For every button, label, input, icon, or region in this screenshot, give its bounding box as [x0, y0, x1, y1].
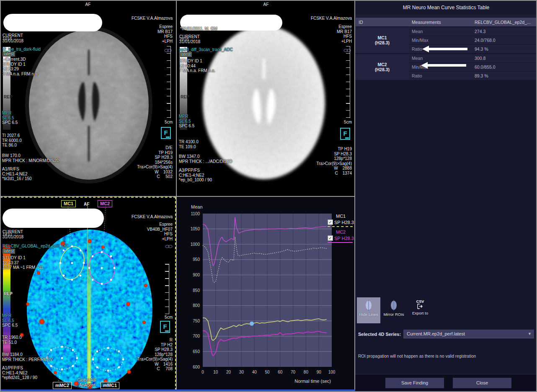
timing-params: TI 2027.6TR 6000.0TE 86.0 — [2, 133, 22, 148]
text-line: HFS — [157, 34, 173, 39]
text-line: 3 MA n.a. FRM n.a. — [3, 72, 39, 77]
timing-params: TR 1960.0TE 51.0 — [2, 335, 22, 345]
viewport-perfusion[interactable]: MC1 AF MC2 FCSKE V.A.Almazova EspreeVB40… — [0, 197, 176, 392]
roi-lines-icon — [364, 300, 373, 311]
text-line: MR B17 — [337, 29, 352, 34]
text-line: R — [137, 338, 173, 343]
text-line: Tra>Cor(9)>Sag(4) — [137, 165, 173, 170]
roi-label-mc1[interactable]: MC1 — [61, 200, 76, 207]
mpr-info: MPRSL 6.5 — [2, 111, 14, 120]
viewport-flair[interactable]: AF FCSKE V.A.Almazova EspreeMR B17HFS+LP… — [0, 0, 176, 196]
roi-label-mc2[interactable]: MC2 — [98, 200, 112, 207]
study-date: 31/01/2018 — [179, 39, 200, 44]
text-line: MPR THICK : .../ADC/DIS2D — [179, 159, 232, 164]
text-line: MR B17 — [157, 29, 173, 34]
patient-info-redaction — [3, 209, 104, 228]
legend-mc1-line-sample — [328, 226, 353, 227]
text-line: TR 1960.0 — [2, 335, 22, 340]
coil-params: A1/PFP/FSC:HE1-4;NE2*epfid2d1_128 / 90 — [2, 366, 37, 380]
text-line: MPR — [2, 111, 14, 116]
patient-info-redaction — [3, 14, 102, 31]
scanner-info: EspreeMR B17HFS+LPH — [157, 24, 173, 44]
spc-label: SPC 6.5 — [179, 124, 194, 129]
text-line: BW 1347.0 — [179, 154, 232, 159]
svg-text:60: 60 — [278, 370, 283, 374]
text-line: TP H2 — [137, 343, 173, 348]
4d-series-dropdown[interactable]: Current.MR.ep2d_perf.latest ▼ — [403, 330, 534, 338]
export-icon — [417, 304, 423, 309]
text-line: STUDY ID 1 — [179, 59, 215, 64]
text-line: Tra>Cor(9)>Sag(4) — [316, 161, 352, 166]
legend-mc1-sub: SP H28.3 — [334, 220, 354, 225]
text-line: BW 170.0 — [2, 153, 59, 158]
svg-text:1050: 1050 — [191, 227, 200, 231]
text-line: TE 51.0 — [2, 340, 22, 345]
chart-x-axis-title: Normal time (sec) — [294, 379, 331, 384]
text-line: STUDY ID 1 — [3, 62, 39, 67]
text-line: Espree — [157, 24, 173, 29]
svg-text:90: 90 — [317, 370, 322, 374]
text-line: --Current.3D — [3, 57, 39, 62]
institution-label: FCSKE V.A.Almazova — [311, 16, 352, 21]
mc2-visibility-checkbox[interactable]: ✓ — [328, 235, 333, 241]
close-button[interactable]: Close — [453, 378, 511, 388]
spc-label: SPC 6.5 — [2, 120, 18, 125]
panel-divider-horizontal — [0, 196, 355, 197]
mirror-rois-button[interactable]: Mirror ROIs — [382, 297, 405, 323]
stats-panel-title: MR Neuro Mean Curve Statistics Table — [355, 5, 537, 10]
rep-label: REP — [4, 291, 13, 297]
text-line: 1037 MA ~1 FRM ~11 — [3, 265, 43, 270]
text-line: C:HE1-4;NE2 — [179, 173, 212, 178]
aif-label: AF — [84, 202, 89, 207]
coil-params: A3/PFP/FSC:HE1-4;NE2*ep_b0_1000 / 90 — [179, 168, 212, 183]
latest-tag: latest — [3, 249, 15, 254]
latest-tag: latest — [179, 52, 192, 57]
study-info: STUDY ID 112:40:447 MA n.a. FRM n.a. — [179, 59, 215, 73]
sequence-name: RELCBV_GLOBAL_ep2d_perf_DC — [3, 244, 68, 249]
hide-lines-button[interactable]: Hide Lines — [357, 297, 380, 323]
mpr-info: MPRSL 6.5 — [2, 313, 14, 323]
svg-text:800: 800 — [193, 303, 200, 308]
text-line: Espree — [337, 24, 352, 29]
save-finding-button[interactable]: Save Finding — [385, 378, 444, 388]
text-line: SP H28.3 — [137, 155, 173, 160]
col-header-measurements: Measurements — [409, 20, 472, 25]
chart-y-axis-title: Mean — [191, 204, 203, 209]
stats-title-bar: MR Neuro Mean Curve Statistics Table — [355, 0, 537, 16]
roi-label-mmc2[interactable]: mMC2 — [53, 382, 72, 389]
viewport-adc[interactable]: AF *01/01/2011, M, GM FCSKE V.A.Almazova… — [177, 0, 355, 196]
svg-text:1000: 1000 — [191, 242, 200, 247]
study-date: 31/01/2018 — [3, 235, 23, 240]
text-line: SP H28.3 — [137, 347, 173, 352]
col-header-id: ID — [356, 20, 409, 25]
scale-label: 5cm — [165, 315, 173, 320]
svg-text:750: 750 — [193, 319, 200, 323]
text-line: MPR THICK : M/NORM/DIS2D — [2, 158, 59, 163]
orientation-label-af: AF — [177, 2, 355, 7]
text-line: *tir2d1_16 / 150 — [2, 176, 32, 181]
text-line: MPR — [2, 313, 14, 318]
text-line: C 1374 — [316, 171, 352, 176]
institution-label: FCSKE V.A.Almazova — [132, 214, 173, 219]
text-line: A1/IR/FS — [2, 167, 32, 172]
text-line: 12:43:37 — [3, 260, 43, 266]
text-line: MPR THICK : PERF/RCBV — [2, 357, 52, 362]
mean-curve-chart-panel[interactable]: 6006507007508008509009501000105011000102… — [177, 197, 355, 392]
text-line: W 1416 — [137, 362, 173, 367]
svg-text:900: 900 — [193, 273, 200, 277]
roi-label-mmc1[interactable]: mMC1 — [101, 382, 119, 389]
text-line: W 1032 — [137, 170, 173, 175]
svg-text:30: 30 — [239, 370, 244, 374]
bw-params: BW 1347.0MPR THICK : .../ADC/DIS2D — [179, 154, 232, 164]
svg-text:0: 0 — [201, 370, 204, 374]
legend-mc2-name: MC2 — [336, 230, 355, 235]
text-line: SL 6.5 — [2, 318, 14, 323]
svg-text:950: 950 — [193, 257, 200, 262]
latest-tag: latest — [3, 52, 15, 57]
mc1-visibility-checkbox[interactable]: ✓ — [328, 219, 333, 225]
col-header-series: RELCBV_GLOBAL_ep2d_... — [472, 20, 537, 25]
export-to-csv-button[interactable]: CSV Export to — [407, 297, 433, 323]
text-line: D/E — [137, 145, 173, 150]
scale-ruler — [167, 46, 171, 118]
text-line: STUDY ID 1 — [3, 255, 43, 260]
